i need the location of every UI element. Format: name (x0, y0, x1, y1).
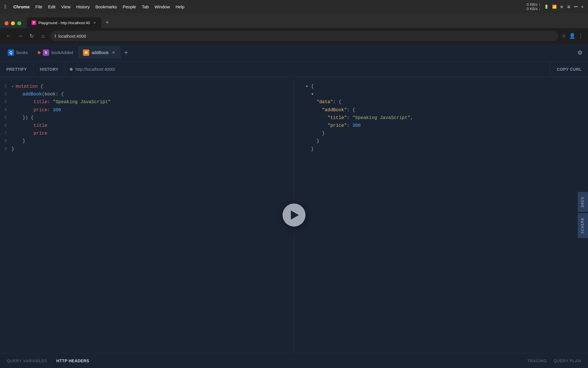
menu-icon[interactable]: ⋮ (578, 33, 583, 39)
home-button[interactable]: ⌂ (39, 32, 47, 40)
battery-icon: 🔋 (544, 5, 549, 9)
result-line-8: } (294, 137, 588, 145)
result-line-9: } (294, 145, 588, 153)
code-line-9: 9 } (0, 145, 294, 153)
addressbar-actions: ☆ 👤 ⋮ (562, 33, 583, 39)
bookmarks-menu[interactable]: Bookmarks (95, 4, 117, 9)
code-line-2: 2 addBook(book: { (0, 91, 294, 98)
playground-tab-books[interactable]: Q books (3, 47, 32, 59)
code-line-8: 8 } (0, 137, 294, 145)
tracing-button[interactable]: TRACING (527, 359, 547, 363)
apple-menu[interactable]:  (5, 4, 7, 10)
window-menu[interactable]: Window (154, 4, 170, 9)
side-panel-buttons: DOCS SCHEMA (578, 192, 588, 238)
tab-books-icon: Q (8, 49, 14, 56)
tab-bookadded-label: bookAdded (51, 50, 73, 55)
add-tab-button[interactable]: + (121, 48, 131, 57)
overflow-icon: ••• (574, 5, 578, 9)
bottom-right-buttons: TRACING QUERY PLAN (527, 359, 581, 363)
result-pane: ▾ { ▾ "data": { "addBook": { (294, 77, 588, 353)
close-window-button[interactable] (5, 21, 9, 25)
edit-menu[interactable]: Edit (48, 4, 55, 9)
code-line-6: 6 title (0, 122, 294, 130)
menubar-status: 0 KB/s ↑0 KB/s ↓ 🔋 📶 ⊗ 🖥 ••• ≡ (527, 2, 583, 11)
result-line-7: } (294, 130, 588, 137)
tab-bookadded-dot (38, 51, 40, 54)
new-tab-button[interactable]: + (102, 18, 112, 27)
menu-extras-icon: ≡ (581, 5, 583, 9)
code-line-7: 7 price (0, 130, 294, 137)
editor-area: 1 ▾ mutation { 2 addBook(book: { 3 title… (0, 77, 588, 353)
history-button[interactable]: HISTORY (34, 62, 65, 77)
playground-area: Q books S bookAdded M addBook ✕ + ⚙ PRET… (0, 44, 588, 368)
copy-curl-button[interactable]: COPY CURL (550, 62, 588, 77)
finder-icon: 🖥 (567, 5, 570, 9)
query-editor[interactable]: 1 ▾ mutation { 2 addBook(book: { 3 title… (0, 77, 294, 353)
docs-button[interactable]: DOCS (578, 192, 588, 212)
back-button[interactable]: ← (5, 32, 13, 40)
maximize-window-button[interactable] (17, 21, 21, 25)
tab-addbook-close[interactable]: ✕ (111, 50, 116, 55)
address-bar[interactable]: ℹ localhost:4000 (51, 31, 558, 41)
menubar:  Chrome File Edit View History Bookmark… (0, 0, 588, 13)
play-icon (291, 210, 299, 220)
result-line-1: ▾ { (294, 83, 588, 91)
history-menu[interactable]: History (76, 4, 90, 9)
endpoint-url[interactable]: http://localhost:4000/ (65, 62, 551, 77)
http-headers-button[interactable]: HTTP HEADERS (56, 359, 89, 363)
address-text: localhost:4000 (58, 34, 86, 39)
reload-button[interactable]: ↻ (28, 32, 36, 40)
tab-favicon: P (32, 20, 36, 25)
chrome-menu[interactable]: Chrome (13, 4, 30, 9)
schema-button[interactable]: SCHEMA (578, 213, 588, 238)
code-line-1: 1 ▾ mutation { (0, 83, 294, 91)
query-variables-button[interactable]: QUERY VARIABLES (7, 359, 47, 363)
file-menu[interactable]: File (35, 4, 42, 9)
security-icon: ℹ (55, 34, 56, 38)
traffic-lights (5, 21, 21, 25)
tab-title: Playground - http://localhost:40 (38, 21, 90, 25)
result-line-5: "title": "Speaking JavaScript", (294, 114, 588, 122)
result-line-6: "price": 300 (294, 122, 588, 130)
result-line-4: "addBook": { (294, 106, 588, 114)
playground-tab-addbook[interactable]: M addBook ✕ (79, 47, 120, 59)
playground-toolbar: PRETTIFY HISTORY http://localhost:4000/ … (0, 62, 588, 77)
tab-close-button[interactable]: ✕ (92, 20, 97, 25)
result-line-3: "data": { (294, 98, 588, 106)
playground-tab-bookadded[interactable]: S bookAdded (33, 47, 78, 59)
browser-tab-active[interactable]: P Playground - http://localhost:40 ✕ (27, 17, 101, 28)
minimize-window-button[interactable] (11, 21, 15, 25)
code-line-5: 5 }) { (0, 114, 294, 122)
people-menu[interactable]: People (123, 4, 136, 9)
tab-menu[interactable]: Tab (142, 4, 149, 9)
code-line-3: 3 title: "Speaking JavaScript" (0, 98, 294, 106)
code-line-4: 4 price: 300 (0, 106, 294, 114)
view-menu[interactable]: View (61, 4, 70, 9)
url-status-dot (70, 68, 73, 71)
query-plan-button[interactable]: QUERY PLAN (554, 359, 581, 363)
airdrop-icon: ⊗ (560, 5, 563, 9)
chrome-tabbar: P Playground - http://localhost:40 ✕ + (0, 13, 588, 28)
tab-addbook-label: addBook (92, 50, 109, 55)
chrome-addressbar: ← → ↻ ⌂ ℹ localhost:4000 ☆ 👤 ⋮ (0, 28, 588, 44)
tab-addbook-icon: M (83, 49, 89, 56)
tab-bookadded-icon: S (43, 49, 49, 56)
result-line-2: ▾ (294, 91, 588, 98)
wifi-icon: 📶 (552, 5, 557, 9)
play-button-container (283, 204, 305, 227)
bookmark-icon[interactable]: ☆ (562, 33, 566, 39)
network-status: 0 KB/s ↑0 KB/s ↓ (527, 2, 540, 11)
url-text: http://localhost:4000/ (76, 67, 115, 72)
forward-button[interactable]: → (16, 32, 24, 40)
tab-books-label: books (16, 50, 28, 55)
playground-tab-bar: Q books S bookAdded M addBook ✕ + ⚙ (0, 44, 588, 62)
settings-button[interactable]: ⚙ (575, 48, 585, 57)
execute-query-button[interactable] (283, 204, 305, 227)
bottom-bar: QUERY VARIABLES HTTP HEADERS TRACING QUE… (0, 353, 588, 368)
help-menu[interactable]: Help (176, 4, 185, 9)
prettify-button[interactable]: PRETTIFY (0, 62, 34, 77)
profile-icon[interactable]: 👤 (569, 33, 575, 39)
